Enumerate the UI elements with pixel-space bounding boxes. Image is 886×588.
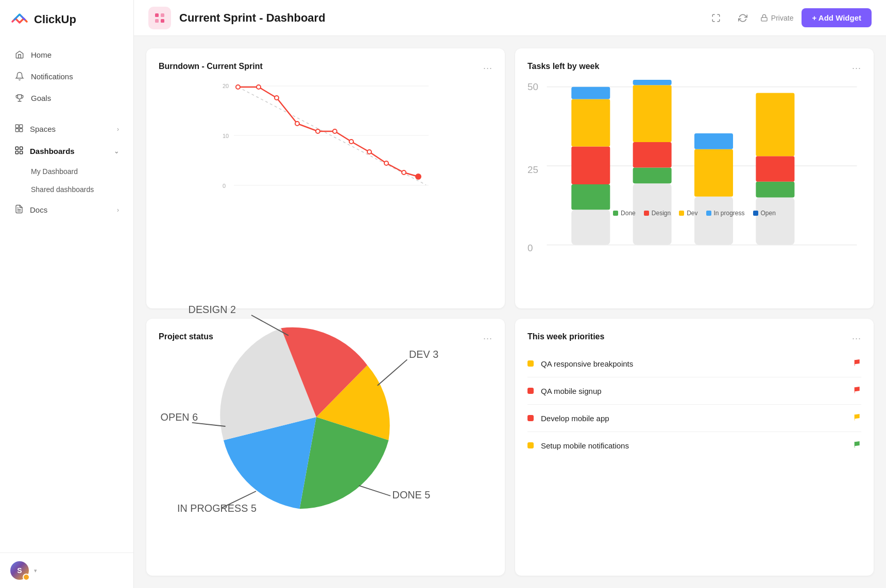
legend-design: Design bbox=[644, 210, 671, 217]
avatar-badge bbox=[23, 574, 30, 581]
topbar-dashboard-icon bbox=[148, 7, 171, 29]
private-label: Private bbox=[771, 14, 794, 22]
legend-open-label: Open bbox=[761, 210, 776, 217]
sidebar-item-home[interactable]: Home bbox=[4, 44, 129, 65]
svg-rect-6 bbox=[15, 151, 18, 154]
priority-item-2: Develop mobile app bbox=[527, 405, 861, 432]
svg-text:0: 0 bbox=[223, 183, 226, 189]
sidebar: ClickUp Home Notifications bbox=[0, 0, 134, 588]
svg-rect-47 bbox=[633, 80, 672, 85]
sidebar-footer[interactable]: S ▾ bbox=[0, 552, 133, 588]
svg-point-8 bbox=[24, 575, 28, 579]
dashboards-chevron-icon: ⌄ bbox=[114, 148, 119, 155]
svg-rect-0 bbox=[15, 125, 19, 128]
svg-rect-10 bbox=[161, 13, 164, 17]
burndown-title: Burndown - Current Sprint bbox=[159, 62, 263, 71]
svg-text:DESIGN 2: DESIGN 2 bbox=[189, 304, 236, 315]
svg-line-55 bbox=[378, 359, 407, 385]
burndown-svg: 20 10 0 bbox=[159, 80, 492, 193]
expand-button[interactable] bbox=[707, 9, 725, 27]
svg-line-20 bbox=[238, 87, 426, 185]
bar-chart: 50 25 0 bbox=[527, 80, 861, 203]
svg-point-27 bbox=[349, 140, 353, 144]
sidebar-item-notifications[interactable]: Notifications bbox=[4, 66, 129, 87]
burndown-menu[interactable]: ... bbox=[483, 61, 492, 72]
home-icon bbox=[14, 49, 25, 60]
burndown-widget: Burndown - Current Sprint ... 20 10 0 bbox=[146, 48, 505, 308]
svg-point-31 bbox=[416, 174, 421, 179]
svg-rect-7 bbox=[20, 151, 23, 154]
svg-rect-46 bbox=[633, 85, 672, 142]
user-avatar-wrap: S bbox=[10, 561, 29, 580]
svg-text:50: 50 bbox=[527, 81, 538, 92]
dashboards-icon bbox=[14, 146, 24, 157]
user-chevron-icon[interactable]: ▾ bbox=[34, 567, 37, 574]
sidebar-item-spaces[interactable]: Spaces › bbox=[4, 118, 129, 140]
legend-done-dot bbox=[613, 211, 618, 216]
priority-dot-3 bbox=[527, 442, 534, 448]
legend-dev-label: Dev bbox=[687, 210, 697, 217]
svg-rect-41 bbox=[571, 99, 610, 147]
legend-dev: Dev bbox=[679, 210, 697, 217]
logo-area: ClickUp bbox=[0, 0, 133, 39]
priority-flag-1 bbox=[853, 386, 861, 396]
priority-list: QA responsive breakpoints QA mobile sign… bbox=[527, 350, 861, 459]
priorities-menu[interactable]: ... bbox=[852, 331, 861, 342]
sidebar-item-dashboards-label: Dashboards bbox=[30, 147, 75, 155]
priority-label-0: QA responsive breakpoints bbox=[541, 359, 846, 368]
svg-text:25: 25 bbox=[527, 164, 538, 175]
priorities-widget: This week priorities ... QA responsive b… bbox=[515, 319, 874, 576]
legend-dev-dot bbox=[679, 211, 684, 216]
sidebar-item-dashboards[interactable]: Dashboards ⌄ bbox=[4, 141, 129, 162]
svg-rect-54 bbox=[756, 93, 794, 157]
trophy-icon bbox=[14, 93, 25, 103]
svg-rect-13 bbox=[761, 18, 767, 21]
sidebar-item-home-label: Home bbox=[31, 50, 52, 59]
priority-item-3: Setup mobile notifications bbox=[527, 432, 861, 459]
legend-design-label: Design bbox=[652, 210, 671, 217]
svg-rect-4 bbox=[15, 147, 18, 149]
svg-point-25 bbox=[316, 129, 320, 133]
tasks-by-week-title: Tasks left by week bbox=[527, 62, 599, 71]
svg-point-30 bbox=[402, 170, 406, 175]
svg-rect-3 bbox=[20, 129, 23, 132]
sidebar-item-shared-dashboards-label: Shared dashboards bbox=[31, 185, 94, 194]
legend-in-progress-dot bbox=[706, 211, 711, 216]
svg-line-57 bbox=[359, 486, 390, 496]
svg-rect-44 bbox=[633, 168, 672, 184]
svg-rect-52 bbox=[756, 182, 794, 198]
sidebar-item-my-dashboard[interactable]: My Dashboard bbox=[4, 163, 129, 180]
legend-in-progress-label: In progress bbox=[714, 210, 745, 217]
svg-point-22 bbox=[257, 85, 261, 89]
spaces-chevron-icon: › bbox=[117, 126, 119, 133]
priorities-title: This week priorities bbox=[527, 332, 604, 341]
svg-rect-9 bbox=[155, 13, 159, 17]
sidebar-item-docs[interactable]: Docs › bbox=[4, 199, 129, 220]
legend-open: Open bbox=[753, 210, 776, 217]
svg-rect-39 bbox=[571, 184, 610, 210]
priority-item-1: QA mobile signup bbox=[527, 377, 861, 405]
docs-icon bbox=[14, 204, 24, 215]
priorities-header: This week priorities ... bbox=[527, 331, 861, 342]
tasks-by-week-menu[interactable]: ... bbox=[852, 61, 861, 72]
svg-text:DONE 5: DONE 5 bbox=[393, 489, 431, 500]
sidebar-item-docs-label: Docs bbox=[30, 205, 47, 214]
priority-flag-0 bbox=[853, 358, 861, 369]
priority-label-3: Setup mobile notifications bbox=[541, 441, 846, 450]
svg-text:10: 10 bbox=[223, 133, 229, 139]
sidebar-item-goals[interactable]: Goals bbox=[4, 88, 129, 108]
refresh-button[interactable] bbox=[734, 9, 752, 27]
sidebar-item-my-dashboard-label: My Dashboard bbox=[31, 167, 78, 176]
priority-flag-3 bbox=[853, 440, 861, 451]
priority-flag-2 bbox=[853, 413, 861, 423]
svg-text:0: 0 bbox=[527, 243, 533, 253]
sidebar-item-notifications-label: Notifications bbox=[31, 72, 73, 81]
private-badge: Private bbox=[760, 14, 794, 22]
tasks-by-week-header: Tasks left by week ... bbox=[527, 61, 861, 72]
sidebar-item-shared-dashboards[interactable]: Shared dashboards bbox=[4, 181, 129, 198]
burndown-header: Burndown - Current Sprint ... bbox=[159, 61, 492, 72]
svg-point-24 bbox=[295, 122, 299, 126]
svg-text:IN PROGRESS 5: IN PROGRESS 5 bbox=[177, 503, 257, 514]
logo-text: ClickUp bbox=[34, 13, 76, 26]
add-widget-button[interactable]: + Add Widget bbox=[802, 8, 872, 27]
